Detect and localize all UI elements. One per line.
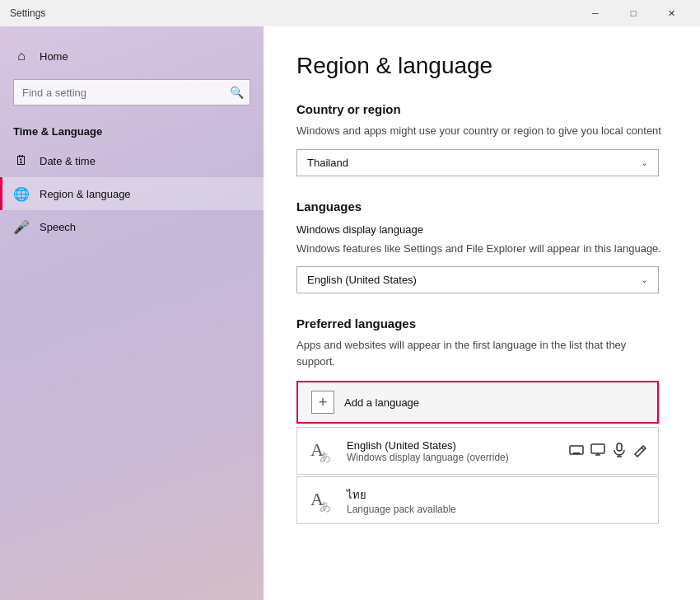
sidebar-item-label: Home [40, 50, 68, 63]
country-section: Country or region Windows and apps might… [296, 102, 667, 176]
sidebar-search: 🔍 [13, 79, 250, 105]
svg-line-20 [642, 448, 644, 450]
add-language-button[interactable]: + Add a language [296, 381, 659, 424]
sidebar-item-region-language[interactable]: 🌐 Region & language [0, 177, 264, 210]
country-selected: Thailand [307, 157, 348, 169]
svg-rect-17 [617, 443, 622, 451]
date-time-icon: 🗓 [13, 152, 30, 169]
lang-sub-thai: Language pack available [347, 504, 648, 515]
lang-letter-icon: A あ [307, 436, 337, 466]
lang-name: English (United States) [347, 439, 569, 452]
display-lang-desc: Windows features like Settings and File … [296, 241, 667, 257]
list-item[interactable]: A あ English (United States) Windows disp… [296, 427, 659, 475]
page-title: Region & language [296, 53, 667, 79]
display-lang-dropdown[interactable]: English (United States) ⌄ [296, 266, 659, 293]
sidebar: ⌂ Home 🔍 Time & Language 🗓 Date & time 🌐… [0, 26, 264, 600]
region-icon: 🌐 [13, 185, 30, 202]
sidebar-item-speech[interactable]: 🎤 Speech [0, 210, 264, 243]
lang-info: English (United States) Windows display … [347, 439, 569, 463]
maximize-button[interactable]: □ [614, 0, 652, 26]
lang-action-keyboard-icon[interactable] [569, 443, 584, 460]
search-icon: 🔍 [230, 86, 244, 99]
lang-info-thai: ไทย Language pack available [347, 486, 648, 515]
sidebar-item-label: Speech [40, 221, 76, 233]
sidebar-item-label: Date & time [40, 155, 96, 167]
svg-rect-14 [591, 444, 604, 453]
display-lang-label: Windows display language [296, 223, 667, 236]
sidebar-item-date-time[interactable]: 🗓 Date & time [0, 144, 264, 177]
chevron-down-icon: ⌄ [641, 157, 648, 168]
lang-action-edit-icon[interactable] [633, 443, 648, 460]
chevron-down-icon: ⌄ [641, 274, 648, 285]
display-lang-selected: English (United States) [307, 274, 417, 286]
sidebar-section-label: Time & Language [0, 119, 264, 144]
lang-action-mic-icon[interactable] [612, 443, 627, 460]
plus-icon: + [311, 391, 334, 414]
lang-name-thai: ไทย [347, 486, 648, 504]
sidebar-item-label: Region & language [40, 188, 131, 200]
svg-text:あ: あ [320, 500, 331, 513]
country-dropdown[interactable]: Thailand ⌄ [296, 149, 659, 176]
languages-section: Languages Windows display language Windo… [296, 199, 667, 525]
main-content: Region & language Country or region Wind… [264, 26, 700, 600]
home-icon: ⌂ [13, 48, 30, 64]
lang-action-monitor-icon[interactable] [590, 443, 605, 460]
languages-heading: Languages [296, 199, 667, 213]
search-input[interactable] [13, 79, 250, 105]
close-button[interactable]: ✕ [652, 0, 690, 26]
display-language-subsection: Windows display language Windows feature… [296, 223, 667, 294]
preferred-languages-section: Preferred languages Apps and websites wi… [296, 316, 667, 524]
minimize-button[interactable]: ─ [576, 0, 614, 26]
lang-actions [569, 443, 648, 460]
titlebar-title: Settings [10, 7, 45, 19]
app-body: ⌂ Home 🔍 Time & Language 🗓 Date & time 🌐… [0, 26, 700, 600]
lang-sub: Windows display language (override) [347, 452, 569, 463]
country-desc: Windows and apps might use your country … [296, 123, 667, 139]
lang-letter-thai-icon: A あ [307, 485, 337, 515]
titlebar-controls: ─ □ ✕ [576, 0, 690, 26]
country-heading: Country or region [296, 102, 667, 116]
svg-text:あ: あ [320, 451, 331, 463]
preferred-desc: Apps and websites will appear in the fir… [296, 337, 667, 369]
sidebar-item-home[interactable]: ⌂ Home [0, 40, 264, 73]
preferred-heading: Preferred languages [296, 316, 667, 330]
list-item[interactable]: A あ ไทย Language pack available [296, 476, 659, 524]
titlebar: Settings ─ □ ✕ [0, 0, 700, 26]
speech-icon: 🎤 [13, 218, 30, 235]
add-language-label: Add a language [344, 396, 419, 409]
